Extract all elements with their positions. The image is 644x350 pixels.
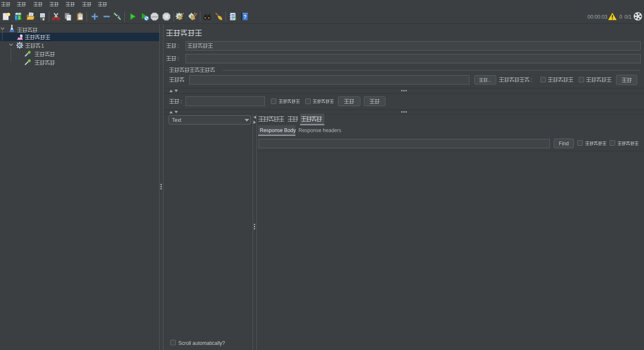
svg-text:?: ? (244, 14, 247, 20)
svg-text:STOP: STOP (152, 16, 157, 18)
